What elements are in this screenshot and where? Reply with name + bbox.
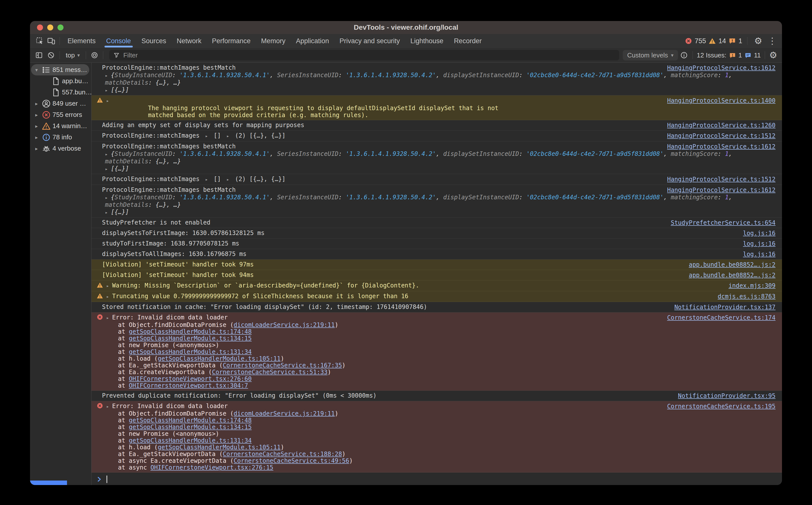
settings-gear-icon[interactable]: ⚙ <box>752 35 764 46</box>
tab-sources[interactable]: Sources <box>136 34 171 48</box>
tab-performance[interactable]: Performance <box>207 34 256 48</box>
error-count-icon[interactable] <box>685 37 692 45</box>
clear-console-icon[interactable] <box>45 50 57 61</box>
kebab-menu-icon[interactable]: ⋮ <box>767 35 778 46</box>
tab-elements[interactable]: Elements <box>62 34 101 48</box>
tab-memory[interactable]: Memory <box>256 34 291 48</box>
chevron-right-icon[interactable]: ▸ <box>33 134 40 140</box>
source-location-link[interactable]: NotificationProvider.tsx:95 <box>678 392 776 400</box>
source-location-link[interactable]: log.js:16 <box>743 229 776 237</box>
stack-frame-link[interactable]: dicomLoaderService.js:219:11 <box>233 410 335 417</box>
stack-frame-link[interactable]: getSopClassHandlerModule.ts:134:15 <box>129 424 251 431</box>
stack-frame-link[interactable]: CornerstoneCacheService.ts:188:28 <box>223 451 342 458</box>
stack-frame-link[interactable]: getSopClassHandlerModule.ts:134:15 <box>129 335 251 342</box>
tab-lighthouse[interactable]: Lighthouse <box>405 34 449 48</box>
stack-frame-link[interactable]: CornerstoneCacheService.ts:51:33 <box>212 369 328 376</box>
expand-arrow-icon[interactable]: ▸ <box>106 403 109 409</box>
device-toolbar-icon[interactable] <box>45 35 57 46</box>
warning-count-icon[interactable] <box>708 37 716 45</box>
chevron-right-icon[interactable]: ▸ <box>33 123 40 129</box>
expand-arrow-icon[interactable]: ▸ <box>106 294 109 299</box>
message-text: displaySetInstanceUID <box>443 72 519 79</box>
source-location-link[interactable]: log.js:16 <box>743 240 776 248</box>
stack-frame-link[interactable]: getSopClassHandlerModule.ts:174:48 <box>129 328 251 335</box>
log-levels-dropdown[interactable]: Custom levels ▾ <box>623 50 678 60</box>
chevron-right-icon[interactable]: ▸ <box>33 146 40 152</box>
chevron-down-icon[interactable]: ▾ <box>33 67 40 73</box>
expand-arrow-icon[interactable]: ▸ <box>105 209 108 215</box>
chevron-right-icon[interactable]: ▸ <box>33 101 40 107</box>
source-location-link[interactable]: HangingProtocolService.ts:1512 <box>667 176 776 183</box>
expand-arrow-icon[interactable]: ▸ <box>106 98 109 104</box>
sidebar-item-all-messages[interactable]: ▾851 mess… <box>31 64 89 75</box>
stack-frame-link[interactable]: getSopClassHandlerModule.ts:131:34 <box>129 348 251 355</box>
issue-bubble-icon[interactable] <box>728 37 736 45</box>
message-text: [Violation] 'setTimeout' handler took 97… <box>102 261 254 268</box>
sidebar-item-warnings[interactable]: ▸14 warnin… <box>30 120 91 132</box>
message-text: ProtocolEngine::matchImages <box>102 132 203 139</box>
tab-console[interactable]: Console <box>101 34 136 48</box>
expand-arrow-icon[interactable]: ▸ <box>106 283 109 289</box>
issues-summary[interactable]: 12 Issues: 1 11 <box>697 51 761 59</box>
stack-frame-link[interactable]: OHIFCornerstoneViewport.tsx:276:15 <box>150 464 273 471</box>
message-text: : <box>148 79 155 86</box>
stack-frame-link[interactable]: getSopClassHandlerModule.ts:105:11 <box>158 444 280 451</box>
source-location-link[interactable]: app.bundle.be08852….js:2 <box>689 272 776 279</box>
close-button[interactable] <box>37 24 43 30</box>
expand-arrow-icon[interactable]: ▸ <box>105 195 108 200</box>
expand-arrow-icon[interactable]: ▸ <box>105 73 108 78</box>
stack-frame-link[interactable]: getSopClassHandlerModule.ts:174:48 <box>129 417 251 424</box>
tab-recorder[interactable]: Recorder <box>449 34 487 48</box>
sidebar-item-557-bundle[interactable]: 557.bun… <box>30 87 91 98</box>
console-sidebar-toggle-icon[interactable] <box>33 50 45 61</box>
tab-network[interactable]: Network <box>171 34 207 48</box>
source-location-link[interactable]: app.bundle.be08852….js:2 <box>689 261 776 269</box>
source-location-link[interactable]: HangingProtocolService.ts:1612 <box>667 64 776 72</box>
tab-privacy-and-security[interactable]: Privacy and security <box>334 34 405 48</box>
source-location-link[interactable]: NotificationProvider.tsx:137 <box>674 304 776 311</box>
stack-frame-link[interactable]: getSopClassHandlerModule.ts:131:34 <box>129 437 251 444</box>
message-text: at Object.findDicomDataPromise ( <box>118 410 233 417</box>
expand-arrow-icon[interactable]: ▸ <box>105 166 108 172</box>
sidebar-item-errors[interactable]: ▸755 errors <box>30 109 91 120</box>
text-cursor <box>107 476 107 483</box>
expand-arrow-icon[interactable]: ▸ <box>105 151 108 157</box>
source-location-link[interactable]: StudyPrefetcherService.ts:654 <box>671 219 776 227</box>
source-location-link[interactable]: HangingProtocolService.ts:1612 <box>667 143 776 151</box>
stack-frame-link[interactable]: CornerstoneCacheService.ts:49:56 <box>233 457 349 464</box>
expand-arrow-icon[interactable]: ▸ <box>106 315 109 320</box>
console-settings-gear-icon[interactable]: ⚙ <box>768 50 779 61</box>
source-location-link[interactable]: HangingProtocolService.ts:1260 <box>667 122 776 129</box>
inspect-element-icon[interactable] <box>34 35 45 46</box>
message-text: : <box>148 201 155 208</box>
sidebar-item-info[interactable]: ▸78 info <box>30 132 91 143</box>
source-location-link[interactable]: dcmjs.es.js:8763 <box>718 293 776 301</box>
live-expression-eye-icon[interactable] <box>89 50 101 61</box>
chevron-right-icon[interactable]: ▸ <box>33 112 40 118</box>
source-location-link[interactable]: CornerstoneCacheService.ts:195 <box>667 402 776 410</box>
execution-context-selector[interactable]: top ▾ <box>62 51 83 59</box>
stack-frame-link[interactable]: CornerstoneCacheService.ts:167:35 <box>223 362 342 369</box>
source-location-link[interactable]: index.mjs:309 <box>728 282 776 290</box>
stack-frame-link[interactable]: OHIFCornerstoneViewport.tsx:304:7 <box>129 382 248 389</box>
source-location-link[interactable]: HangingProtocolService.ts:1512 <box>667 132 776 140</box>
expand-arrow-icon[interactable]: ▸ <box>105 88 108 93</box>
filter-input[interactable] <box>123 51 615 59</box>
filter-box[interactable] <box>109 50 619 60</box>
source-location-link[interactable]: HangingProtocolService.ts:1400 <box>667 97 776 105</box>
sidebar-item-app-bundle[interactable]: app.bu… <box>30 75 91 87</box>
source-location-link[interactable]: CornerstoneCacheService.ts:174 <box>667 314 776 322</box>
sidebar-item-verbose[interactable]: ▸4 verbose <box>30 143 91 154</box>
zoom-button[interactable] <box>57 24 64 30</box>
minimize-button[interactable] <box>47 24 53 30</box>
tab-application[interactable]: Application <box>291 34 334 48</box>
stack-frame-link[interactable]: OHIFCornerstoneViewport.tsx:276:60 <box>129 375 251 382</box>
source-location-link[interactable]: HangingProtocolService.ts:1612 <box>667 186 776 194</box>
stack-frame-link[interactable]: getSopClassHandlerModule.ts:105:11 <box>158 355 280 362</box>
stack-frame-link[interactable]: dicomLoaderService.js:219:11 <box>233 321 335 328</box>
info-circle-icon[interactable] <box>678 50 690 61</box>
console-prompt[interactable] <box>92 473 782 485</box>
source-location-link[interactable]: log.js:16 <box>743 250 776 258</box>
sidebar-item-user-messages[interactable]: ▸849 user … <box>30 98 91 109</box>
console-sidebar: ▾851 mess…app.bu…557.bun…▸849 user …▸755… <box>30 63 92 485</box>
